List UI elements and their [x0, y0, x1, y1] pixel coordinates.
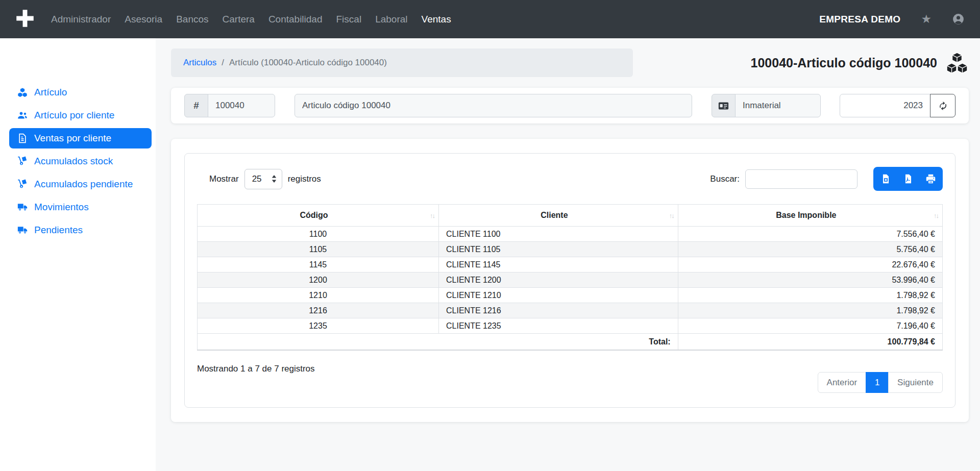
printer-icon	[926, 174, 936, 184]
nav-item[interactable]: Laboral	[375, 14, 407, 25]
nav-item[interactable]: Fiscal	[336, 14, 362, 25]
cell-cliente: CLIENTE 1210	[439, 288, 678, 303]
column-header[interactable]: Base Imponible ↑↓	[678, 205, 942, 227]
article-form-card: #	[171, 88, 969, 123]
sidebar-item[interactable]: Acumulados stock	[9, 151, 152, 171]
show-label: Mostrar	[209, 174, 239, 184]
page-number-button[interactable]: 1	[866, 372, 889, 393]
year-group	[840, 94, 955, 117]
dolly-icon	[17, 179, 28, 189]
article-code-input[interactable]	[208, 94, 275, 117]
plus-icon	[15, 9, 35, 30]
caret-updown-icon	[272, 175, 277, 183]
sidebar-item[interactable]: Artículo	[9, 82, 152, 103]
sales-by-client-table: Código ↑↓ Cliente ↑↓ Base Impo	[197, 204, 943, 351]
nav-item[interactable]: Asesoria	[125, 14, 162, 25]
cell-codigo: 1210	[198, 288, 439, 303]
cell-cliente: CLIENTE 1105	[439, 242, 678, 257]
truck-icon	[17, 225, 28, 235]
cell-cliente: CLIENTE 1100	[439, 227, 678, 242]
breadcrumb: Articulos / Artículo (100040-Articulo có…	[171, 48, 633, 77]
total-label: Total:	[198, 334, 678, 351]
column-header[interactable]: Código ↑↓	[198, 205, 439, 227]
article-type-input[interactable]	[735, 94, 821, 117]
search-control: Buscar:	[710, 167, 943, 191]
sales-table-card: Mostrar 25 registros Buscar:	[171, 139, 969, 422]
total-value: 100.779,84 €	[678, 334, 942, 351]
table-row: 1210 CLIENTE 1210 1.798,92 €	[198, 288, 943, 303]
cubes-icon	[17, 87, 28, 97]
total-row: Total: 100.779,84 €	[198, 334, 943, 351]
records-info: Mostrando 1 a 7 de 7 registros	[197, 364, 315, 374]
sort-icon: ↑↓	[934, 212, 938, 219]
refresh-button[interactable]	[930, 94, 955, 117]
top-navbar: Administrador Asesoria Bancos Cartera Co…	[0, 0, 980, 38]
cell-cliente: CLIENTE 1145	[439, 257, 678, 272]
sidebar-item[interactable]: Ventas por cliente	[9, 128, 152, 148]
cell-codigo: 1145	[198, 257, 439, 272]
hash-prefix: #	[184, 94, 208, 117]
nav-item[interactable]: Contabilidad	[268, 14, 323, 25]
next-page-button[interactable]: Siguiente	[888, 372, 943, 393]
table-row: 1200 CLIENTE 1200 53.996,40 €	[198, 272, 943, 288]
breadcrumb-separator: /	[222, 58, 224, 68]
cell-cliente: CLIENTE 1235	[439, 318, 678, 334]
cell-base-imponible: 53.996,40 €	[678, 272, 942, 288]
dolly-icon	[17, 156, 28, 166]
year-input[interactable]	[840, 94, 930, 117]
nav-item[interactable]: Administrador	[51, 14, 111, 25]
sync-icon	[938, 101, 948, 111]
table-row: 1235 CLIENTE 1235 7.196,40 €	[198, 318, 943, 334]
table-row: 1145 CLIENTE 1145 22.676,40 €	[198, 257, 943, 272]
invoice-dollar-icon	[17, 133, 28, 143]
table-row: 1216 CLIENTE 1216 1.798,92 €	[198, 303, 943, 318]
sidebar: Artículo Artículo por cliente Ventas por…	[0, 38, 156, 471]
pagination: Anterior 1 Siguiente	[818, 372, 943, 393]
page-length-control: Mostrar 25 registros	[197, 169, 321, 189]
main-content: Articulos / Artículo (100040-Articulo có…	[156, 38, 980, 471]
breadcrumb-link[interactable]: Articulos	[183, 58, 216, 68]
print-button[interactable]	[919, 167, 942, 191]
sidebar-item[interactable]: Pendientes	[9, 220, 152, 240]
truck-icon	[17, 202, 28, 212]
address-card-icon	[712, 94, 736, 117]
star-icon[interactable]: ★	[921, 13, 932, 25]
table-row: 1105 CLIENTE 1105 5.756,40 €	[198, 242, 943, 257]
user-icon[interactable]	[952, 13, 965, 26]
file-pdf-icon	[903, 174, 913, 184]
cell-base-imponible: 5.756,40 €	[678, 242, 942, 257]
export-button-group	[873, 167, 943, 191]
search-input[interactable]	[745, 169, 857, 189]
cell-codigo: 1216	[198, 303, 439, 318]
users-icon	[17, 110, 28, 120]
page-size-select[interactable]: 25	[244, 169, 282, 189]
sort-icon: ↑↓	[430, 212, 434, 219]
sidebar-item[interactable]: Acumulados pendiente	[9, 174, 152, 194]
breadcrumb-current: Artículo (100040-Articulo código 100040)	[229, 58, 387, 68]
article-code-group: #	[184, 94, 275, 117]
column-header[interactable]: Cliente ↑↓	[439, 205, 678, 227]
export-excel-button[interactable]	[874, 167, 897, 191]
nav-item[interactable]: Bancos	[176, 14, 208, 25]
sidebar-item[interactable]: Movimientos	[9, 197, 152, 217]
cell-base-imponible: 1.798,92 €	[678, 303, 942, 318]
previous-page-button[interactable]: Anterior	[818, 372, 867, 393]
records-label: registros	[288, 174, 321, 184]
article-name-input[interactable]	[295, 94, 692, 117]
cubes-icon	[945, 51, 969, 75]
cell-base-imponible: 7.556,40 €	[678, 227, 942, 242]
cell-codigo: 1100	[198, 227, 439, 242]
cell-codigo: 1200	[198, 272, 439, 288]
sidebar-item[interactable]: Artículo por cliente	[9, 105, 152, 126]
cell-codigo: 1105	[198, 242, 439, 257]
company-name: EMPRESA DEMO	[819, 14, 900, 25]
nav-item[interactable]: Ventas	[422, 14, 451, 25]
app-logo[interactable]	[15, 9, 35, 30]
file-excel-icon	[881, 174, 891, 184]
cell-codigo: 1235	[198, 318, 439, 334]
cell-base-imponible: 22.676,40 €	[678, 257, 942, 272]
cell-cliente: CLIENTE 1216	[439, 303, 678, 318]
nav-item[interactable]: Cartera	[223, 14, 255, 25]
export-pdf-button[interactable]	[897, 167, 919, 191]
sort-icon: ↑↓	[669, 212, 674, 219]
